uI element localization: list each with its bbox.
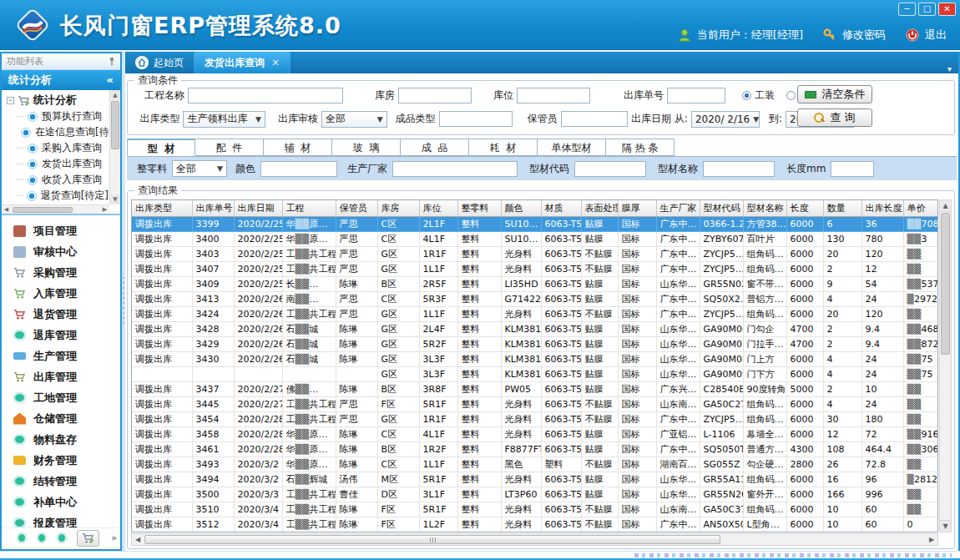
table-row[interactable]: 调拨出库34282020/2/26石▒▒城陈琳G区2L4F整料KLM381760… [132, 321, 938, 336]
scrollbar-thumb[interactable] [144, 535, 720, 544]
column-header[interactable]: 保管员 [336, 200, 377, 216]
date-from-picker[interactable]: 2020/ 2/16▼ [691, 111, 760, 128]
table-row[interactable]: 调拨出库34932020/3/2华▒▒原…陈琳C区1L1F整料黑色塑料不贴膜国标… [132, 457, 938, 472]
project-name-input[interactable] [188, 88, 343, 103]
sidebar-group-header[interactable]: 统计分析 « [2, 70, 120, 90]
column-header[interactable]: 出库类型 [132, 200, 192, 216]
column-header[interactable]: 型材名称 [743, 200, 786, 216]
scroll-right-icon[interactable]: ▶ [100, 206, 109, 213]
sidebar-menu-item[interactable]: 出库管理 [3, 366, 117, 387]
length-input[interactable] [831, 161, 874, 177]
module-dot-icon[interactable] [37, 532, 47, 543]
material-tab[interactable]: 型 材 [127, 139, 195, 156]
table-row[interactable]: 调拨出库35002020/3/3工▒▒共工程曹佳D区3L1F整料LT3P6060… [132, 487, 938, 502]
scroll-left-icon[interactable]: ◀ [2, 206, 11, 213]
sidebar-menu-item[interactable]: 项目管理 [3, 220, 117, 241]
table-row[interactable]: 调拨出库34092020/2/25长▒▒…陈琳B区2R5F整料LI35HD606… [132, 276, 938, 291]
table-row[interactable]: 调拨出库34302020/2/26石▒▒城陈琳G区3L3F整料KLM381760… [132, 351, 938, 366]
material-tab[interactable]: 成 品 [401, 139, 469, 156]
module-dot-icon[interactable] [57, 532, 67, 543]
material-tab[interactable]: 耗 材 [469, 139, 538, 156]
vertical-scrollbar[interactable]: ▲ ▼ [939, 199, 952, 532]
sidebar-menu-item[interactable]: 生产管理 [3, 346, 117, 366]
table-row[interactable]: 调拨出库34242020/2/26工▒▒共工程严思G区1L1F整料光身料6063… [132, 306, 938, 321]
tree-vertical-scrollbar[interactable]: ▲ ▼ [109, 90, 120, 204]
column-header[interactable]: 表面处理 [581, 200, 618, 216]
column-header[interactable]: 出库长度 [861, 200, 903, 216]
scroll-left-icon[interactable]: ◀ [132, 536, 144, 543]
material-tab[interactable]: 配 件 [195, 139, 264, 156]
close-button[interactable]: ✕ [938, 3, 956, 16]
table-row[interactable]: 调拨出库34582020/2/28华▒▒原…陈琳C区4L1F整料光身料6063-… [132, 426, 938, 441]
sidebar-menu-item[interactable]: 结转管理 [3, 471, 117, 492]
sidebar-menu-item[interactable]: 审核中心 [3, 241, 117, 262]
sidebar-menu-item[interactable]: 物料盘存 [3, 429, 117, 450]
audit-select[interactable]: 全部▼ [321, 111, 387, 128]
profile-code-input[interactable] [574, 161, 646, 177]
material-tab[interactable]: 单体型材 [538, 139, 606, 156]
maker-input[interactable] [392, 161, 518, 177]
tree-horizontal-scrollbar[interactable]: ◀ ▶ [2, 204, 109, 214]
keeper-input[interactable] [561, 111, 628, 127]
table-row[interactable]: 调拨出库34542020/2/28工▒▒共工程严思G区1R1F整料光身料6063… [132, 411, 938, 426]
material-tab[interactable]: 玻 璃 [332, 139, 401, 156]
tree-item[interactable]: 退货查询[待定] [3, 188, 109, 204]
sidebar-menu-item[interactable]: 退库管理 [3, 325, 117, 346]
outbound-type-select[interactable]: 生产领料出库▼ [183, 111, 265, 128]
table-row[interactable]: 调拨出库34032020/2/25工▒▒共工程严思G区1R1F整料光身料6063… [132, 246, 938, 261]
table-row[interactable]: 调拨出库35102020/3/4工▒▒共工程陈琳F区5R1F整料光身料6063-… [132, 502, 938, 517]
module-dot-icon[interactable] [17, 532, 27, 543]
column-header[interactable]: 出库日期 [234, 200, 282, 216]
sidebar-menu-item[interactable]: 财务管理 [3, 450, 117, 471]
logout-link[interactable]: 退出 [925, 28, 947, 43]
table-row[interactable]: 调拨出库34372020/2/27佛▒▒…陈琳B区3R8F整料PW056063-… [132, 381, 938, 396]
sidebar-menu-item[interactable]: 仓储管理 [3, 408, 117, 429]
column-header[interactable]: 材质 [541, 200, 581, 216]
material-tab[interactable]: 辅 材 [264, 139, 332, 156]
tree-root-node[interactable]: – 统计分析 [3, 92, 109, 108]
table-row[interactable]: 调拨出库34072020/2/25工▒▒共工程严思G区1L1F整料光身料6063… [132, 261, 938, 276]
table-row[interactable]: 调拨出库35122020/3/4工▒▒共工程陈琳F区1L2F整料光身料6063-… [132, 517, 938, 532]
scroll-right-icon[interactable]: ▶ [926, 536, 937, 543]
sidebar-menu-item[interactable]: 报废管理 [3, 512, 117, 527]
change-password-link[interactable]: 修改密码 [842, 28, 886, 43]
tree-item[interactable]: 采购入库查询 [3, 140, 109, 156]
column-header[interactable]: 库位 [419, 200, 457, 216]
pin-icon[interactable] [109, 57, 115, 66]
scrollbar-thumb[interactable] [111, 101, 119, 149]
column-header[interactable]: 工程 [282, 200, 336, 216]
column-header[interactable]: 长度 [786, 200, 823, 216]
maximize-button[interactable]: □ [918, 3, 936, 16]
column-header[interactable]: 生产厂家 [656, 200, 700, 216]
tree-expander-icon[interactable]: – [7, 97, 14, 104]
table-row[interactable]: 调拨出库34002020/2/25华▒▒原…严思C区4L1F整料SU10…606… [132, 231, 938, 246]
sidebar-menu-item[interactable]: 工地管理 [3, 387, 117, 408]
tab-active[interactable]: 发货出库查询 × [194, 52, 291, 73]
table-row[interactable]: 调拨出库34132020/2/26南▒▒…严思C区5R3F整料G71422606… [132, 291, 938, 306]
scrollbar-thumb[interactable] [13, 207, 73, 213]
sidebar-menu-item[interactable]: 入库管理 [3, 283, 117, 304]
module-cart-button[interactable] [77, 530, 100, 547]
product-type-input[interactable] [439, 111, 513, 127]
radio-work-install[interactable] [742, 91, 751, 100]
column-header[interactable]: 整零料 [457, 200, 501, 216]
sidebar-menu-item[interactable]: 采购管理 [3, 262, 117, 283]
table-row[interactable]: 调拨出库34942020/3/2石▒▒辉城汤伟M区5R1F整料光身料6063-T… [132, 472, 938, 487]
tab-close-icon[interactable]: × [271, 57, 280, 68]
table-row[interactable]: 调拨出库34452020/2/27工▒▒共工程严思F区5R1F整料光身料6063… [132, 396, 938, 411]
tree-item[interactable]: 发货出库查询 [3, 156, 109, 172]
more-modules-chevron[interactable]: » [111, 532, 117, 543]
column-header[interactable]: 膜厚 [618, 200, 656, 216]
whole-part-select[interactable]: 全部▼ [172, 160, 227, 177]
search-button[interactable]: 查 询 [797, 108, 872, 127]
sidebar-menu-item[interactable]: 补单中心 [3, 492, 117, 512]
table-row[interactable]: 调拨出库33992020/2/25华▒▒原…严思C区2L1F整料SU10…606… [132, 216, 938, 231]
tree-item[interactable]: 预算执行查询 [3, 108, 109, 124]
order-no-input[interactable] [667, 88, 725, 103]
column-header[interactable]: 颜色 [501, 200, 541, 216]
horizontal-scrollbar[interactable]: ◀ ▶ [131, 533, 938, 546]
scrollbar-thumb[interactable] [941, 213, 950, 355]
column-header[interactable]: 单价 [903, 200, 938, 216]
table-row[interactable]: 调拨出库34612020/2/28华▒▒原…陈琳B区1R2F整料F8877FT6… [132, 441, 938, 457]
tab-list-dropdown-icon[interactable]: ▾ [947, 64, 958, 73]
